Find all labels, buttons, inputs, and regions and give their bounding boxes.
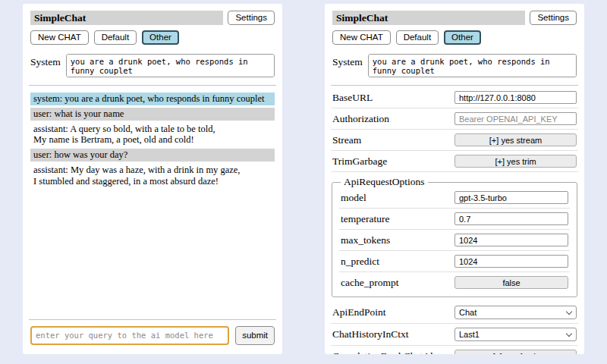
api-request-options-rows: modeltemperaturemax_tokensn_predictcache…	[339, 189, 570, 293]
settings-button[interactable]: Settings	[530, 11, 577, 25]
model-input[interactable]	[454, 191, 568, 204]
settings-row-trimgarbage: TrimGarbage[+] yes trim	[331, 152, 578, 172]
header-row: SimpleChat Settings	[332, 11, 577, 25]
settings-form: BaseURLAuthorizationStream[+] yes stream…	[331, 89, 578, 354]
settings-row-apiendpoint: ApiEndPointChat	[331, 303, 578, 324]
max-tokens-input[interactable]	[454, 234, 568, 246]
selected-option: Chat	[459, 308, 476, 317]
system-prompt-row: System you are a drunk poet, who respond…	[332, 54, 577, 77]
chat-message-assistant: assistant: My day was a haze, with a dri…	[30, 164, 275, 188]
authorization-input[interactable]	[454, 112, 577, 125]
settings-row-max-tokens: max_tokens	[339, 231, 570, 251]
system-prompt-input[interactable]: you are a drunk poet, who responds in fu…	[368, 54, 577, 77]
page-background: SimpleChat Settings New CHATDefaultOther…	[0, 0, 607, 364]
max-tokens-label: max_tokens	[341, 234, 454, 246]
completionfreshchatalways-label: CompletionFreshChatAlways	[332, 350, 454, 355]
model-label: model	[341, 192, 454, 204]
chathistoryinctxt-label: ChatHistoryInCtxt	[332, 328, 454, 340]
chat-message-user: user: what is your name	[30, 108, 275, 121]
completionfreshchatalways-toggle-button[interactable]: [+] yes fresh	[454, 350, 577, 354]
n-predict-input[interactable]	[454, 255, 568, 268]
settings-panel: SimpleChat Settings New CHATDefaultOther…	[325, 4, 584, 354]
settings-button[interactable]: Settings	[228, 11, 275, 25]
api-request-options-fieldset: ApiRequestOptions modeltemperaturemax_to…	[332, 176, 577, 297]
query-input[interactable]	[30, 326, 229, 345]
cache-prompt-toggle-button[interactable]: false	[454, 276, 568, 289]
settings-row-stream: Stream[+] yes stream	[331, 131, 578, 151]
system-prompt-label: System	[30, 54, 61, 68]
settings-row-completionfreshchatalways: CompletionFreshChatAlways[+] yes fresh	[331, 347, 578, 354]
session-button-other[interactable]: Other	[142, 30, 179, 45]
submit-button[interactable]: submit	[235, 326, 275, 345]
app-title-bar: SimpleChat	[30, 11, 223, 25]
session-button-other[interactable]: Other	[444, 30, 481, 45]
temperature-input[interactable]	[454, 212, 568, 225]
authorization-label: Authorization	[332, 113, 454, 125]
baseurl-input[interactable]	[454, 91, 577, 104]
chevron-down-icon	[566, 308, 572, 314]
trimgarbage-toggle-button[interactable]: [+] yes trim	[454, 155, 577, 168]
system-prompt-row: System you are a drunk poet, who respond…	[30, 54, 275, 77]
chat-message-system: system: you are a drunk poet, who respon…	[30, 93, 275, 105]
settings-row-authorization: Authorization	[331, 110, 578, 130]
fieldset-legend: ApiRequestOptions	[341, 176, 428, 188]
chat-message-user: user: how was your day?	[30, 149, 275, 162]
settings-row-n-predict: n_predict	[339, 253, 570, 272]
settings-top-group: BaseURLAuthorizationStream[+] yes stream…	[331, 89, 578, 172]
cache-prompt-label: cache_prompt	[341, 277, 454, 289]
session-button-new-chat[interactable]: New CHAT	[30, 30, 89, 45]
settings-row-chathistoryinctxt: ChatHistoryInCtxtLast1	[331, 325, 578, 346]
apiendpoint-label: ApiEndPoint	[332, 306, 454, 318]
app-title-bar: SimpleChat	[332, 11, 525, 25]
empty-space	[27, 191, 278, 316]
temperature-label: temperature	[341, 213, 454, 225]
chevron-down-icon	[566, 330, 572, 336]
stream-label: Stream	[332, 134, 454, 146]
selected-option: Last1	[459, 330, 480, 339]
session-button-row: New CHATDefaultOther	[332, 30, 577, 45]
n-predict-label: n_predict	[341, 256, 454, 268]
session-button-new-chat[interactable]: New CHAT	[332, 30, 391, 45]
query-row: submit	[30, 326, 275, 345]
chat-panel: SimpleChat Settings New CHATDefaultOther…	[23, 4, 282, 354]
divider	[29, 85, 276, 86]
settings-row-baseurl: BaseURL	[331, 89, 578, 108]
settings-bottom-group: ApiEndPointChatChatHistoryInCtxtLast1Com…	[331, 303, 578, 354]
session-button-row: New CHATDefaultOther	[30, 30, 275, 45]
divider	[29, 319, 276, 320]
system-prompt-input[interactable]: you are a drunk poet, who responds in fu…	[66, 54, 275, 77]
apiendpoint-select[interactable]: Chat	[454, 306, 577, 319]
settings-row-cache-prompt: cache_promptfalse	[339, 274, 570, 293]
settings-row-model: model	[339, 189, 570, 209]
stream-toggle-button[interactable]: [+] yes stream	[454, 133, 577, 146]
header-row: SimpleChat Settings	[30, 11, 275, 25]
app-title: SimpleChat	[34, 12, 86, 24]
divider	[331, 85, 578, 86]
settings-row-temperature: temperature	[339, 210, 570, 230]
baseurl-label: BaseURL	[332, 92, 454, 104]
system-prompt-label: System	[332, 54, 363, 68]
session-button-default[interactable]: Default	[94, 30, 137, 45]
trimgarbage-label: TrimGarbage	[332, 155, 454, 168]
chat-history: system: you are a drunk poet, who respon…	[29, 90, 276, 190]
app-title: SimpleChat	[336, 12, 388, 24]
chat-message-assistant: assistant: A query so bold, with a tale …	[30, 123, 275, 147]
session-button-default[interactable]: Default	[396, 30, 439, 45]
chathistoryinctxt-select[interactable]: Last1	[454, 328, 577, 341]
